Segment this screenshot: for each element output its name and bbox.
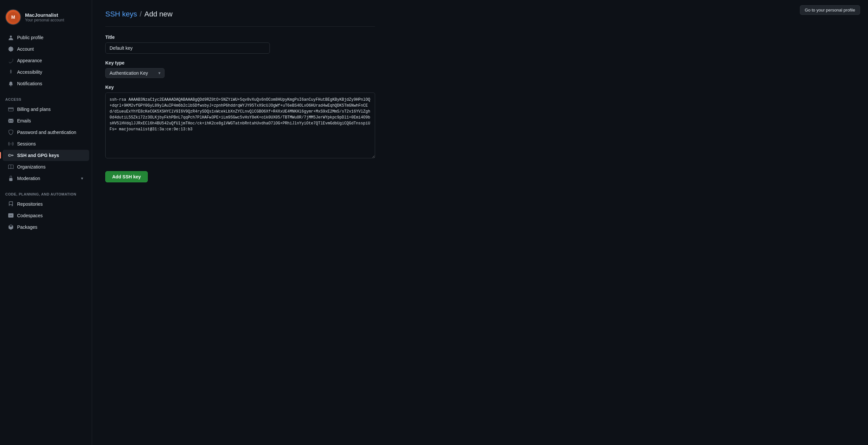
sidebar-item-label: Moderation (17, 176, 40, 181)
sidebar-item-accessibility[interactable]: Accessibility (3, 66, 89, 78)
person-icon (8, 35, 14, 40)
sidebar-item-label: Repositories (17, 202, 43, 207)
breadcrumb-link[interactable]: SSH keys (105, 10, 137, 19)
access-group-label: Access (0, 92, 92, 103)
sidebar-item-label: Notifications (17, 81, 42, 86)
sidebar-item-label: Organizations (17, 164, 45, 170)
codespaces-icon (8, 213, 14, 218)
sidebar-item-label: SSH and GPG keys (17, 153, 59, 158)
sidebar-item-repositories[interactable]: Repositories (3, 199, 89, 210)
bell-icon (8, 81, 14, 87)
sidebar-item-label: Account (17, 47, 34, 52)
sidebar-item-label: Billing and plans (17, 107, 51, 112)
sidebar-item-codespaces[interactable]: Codespaces (3, 210, 89, 221)
profile-section: M MacJournalist Your personal account (0, 7, 92, 32)
sidebar-item-label: Sessions (17, 141, 36, 146)
key-label: Key (105, 85, 375, 90)
sidebar-item-organizations[interactable]: Organizations (3, 161, 89, 173)
key-type-select[interactable]: Authentication KeySigning Key (105, 68, 164, 78)
building-icon (8, 164, 14, 170)
title-section: Title (105, 35, 375, 54)
paintbrush-icon (8, 58, 14, 63)
breadcrumb: SSH keys / Add new (105, 10, 375, 19)
sidebar-item-emails[interactable]: Emails (3, 115, 89, 126)
main-nav: Public profile Account (0, 32, 92, 90)
envelope-icon (8, 118, 14, 124)
sidebar-item-password-auth[interactable]: Password and authentication (3, 127, 89, 138)
moderation-icon (8, 175, 14, 181)
key-type-select-wrapper: Authentication KeySigning Key ▼ (105, 68, 164, 78)
code-group-label: Code, planning, and automation (0, 187, 92, 198)
sidebar-item-ssh-gpg[interactable]: SSH and GPG keys (3, 150, 89, 161)
sidebar: M MacJournalist Your personal account Pu… (0, 0, 92, 445)
sidebar-item-moderation[interactable]: Moderation ▼ (3, 173, 89, 184)
svg-text:M: M (11, 14, 15, 20)
access-nav: Billing and plans Emails Password an (0, 103, 92, 184)
key-section: Key ssh-rsa AAAAB3NzaC1yc2EAAAADAQABAAAB… (105, 85, 375, 159)
avatar: M (5, 9, 21, 25)
title-input[interactable] (105, 42, 270, 54)
sidebar-item-packages[interactable]: Packages (3, 221, 89, 233)
sidebar-item-label: Appearance (17, 58, 42, 63)
add-ssh-key-button[interactable]: Add SSH key (105, 171, 148, 182)
sidebar-item-label: Public profile (17, 35, 43, 40)
sidebar-item-label: Emails (17, 118, 31, 123)
sidebar-item-label: Password and authentication (17, 130, 76, 135)
chevron-down-icon: ▼ (80, 176, 84, 180)
goto-profile-button[interactable]: Go to your personal profile (800, 5, 860, 15)
sidebar-item-sessions[interactable]: Sessions (3, 138, 89, 149)
key-icon (8, 152, 14, 158)
profile-name: MacJournalist (25, 12, 64, 18)
key-type-label: Key type (105, 60, 375, 65)
sidebar-item-appearance[interactable]: Appearance (3, 55, 89, 66)
sidebar-item-label: Accessibility (17, 69, 42, 75)
code-nav: Repositories Codespaces Packages (0, 198, 92, 233)
key-type-section: Key type Authentication KeySigning Key ▼ (105, 60, 375, 78)
broadcast-icon (8, 141, 14, 147)
sidebar-item-account[interactable]: Account (3, 43, 89, 55)
sidebar-item-notifications[interactable]: Notifications (3, 78, 89, 89)
key-textarea[interactable]: ssh-rsa AAAAB3NzaC1yc2EAAAADAQABAAABgQDd… (105, 92, 375, 158)
sidebar-item-public-profile[interactable]: Public profile (3, 32, 89, 43)
credit-card-icon (8, 106, 14, 112)
breadcrumb-separator: / (140, 10, 142, 19)
package-icon (8, 224, 14, 230)
shield-icon (8, 129, 14, 135)
main-content: SSH keys / Add new Title Key type Authen… (92, 0, 388, 445)
sidebar-item-label: Packages (17, 225, 37, 230)
repo-icon (8, 201, 14, 207)
top-bar: Go to your personal profile (792, 0, 868, 20)
profile-subtitle: Your personal account (25, 18, 64, 22)
gear-icon (8, 46, 14, 52)
title-label: Title (105, 35, 375, 40)
sidebar-item-label: Codespaces (17, 213, 43, 218)
header-divider (105, 26, 375, 27)
accessibility-icon (8, 69, 14, 75)
breadcrumb-current: Add new (145, 10, 173, 19)
sidebar-item-billing[interactable]: Billing and plans (3, 104, 89, 115)
